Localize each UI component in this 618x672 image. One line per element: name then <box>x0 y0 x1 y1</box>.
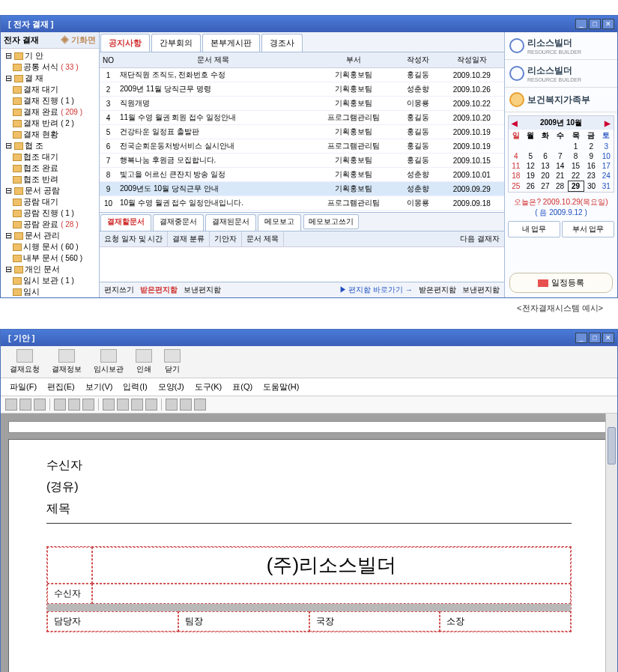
tool-icon[interactable] <box>54 399 66 411</box>
mail-go-link[interactable]: ▶ 편지함 바로가기 → <box>339 285 413 295</box>
tool-icon[interactable] <box>19 399 31 411</box>
minimize-icon[interactable]: _ <box>575 333 587 343</box>
tool-icon[interactable] <box>166 399 178 411</box>
table-row[interactable]: 7행복나눔 후원금 모집합니다.기획홍보팀홍길동2009.10.15 <box>100 154 504 168</box>
tool-icon[interactable] <box>34 399 46 411</box>
cal-day[interactable]: 27 <box>538 181 553 192</box>
ruler[interactable] <box>8 421 610 433</box>
menu-item[interactable]: 편집(E) <box>43 380 79 394</box>
menu-item[interactable]: 모양(J) <box>154 380 189 394</box>
mail-sent[interactable]: 보낸편지함 <box>184 285 221 295</box>
cal-day[interactable]: 31 <box>599 181 614 192</box>
subtab-1[interactable]: 결재중문서 <box>153 214 204 231</box>
cal-day[interactable]: 14 <box>553 161 568 171</box>
cal-day[interactable]: 2 <box>584 142 599 151</box>
brand-1[interactable]: 리소스빌더RESOURCE BUILDER <box>505 32 617 60</box>
cal-day[interactable] <box>538 142 553 151</box>
tree-item[interactable]: 협조 반려 <box>2 174 97 185</box>
subtab-3[interactable]: 메모보고 <box>258 214 301 231</box>
cal-day[interactable]: 3 <box>599 142 614 151</box>
brand-2[interactable]: 리소스빌더RESOURCE BUILDER <box>505 60 617 88</box>
mail-inbox2[interactable]: 받은편지함 <box>419 285 456 295</box>
cal-day[interactable]: 17 <box>599 161 614 171</box>
tree-item[interactable]: 공람 진행 ( 1 ) <box>2 208 97 219</box>
cal-day[interactable]: 26 <box>524 181 539 192</box>
cal-day[interactable]: 21 <box>553 171 568 181</box>
cal-day[interactable]: 10 <box>599 151 614 161</box>
maximize-icon[interactable]: □ <box>589 333 601 343</box>
doc-grid[interactable]: (주)리소스빌더 수신자 담당자팀장국장소장 <box>46 546 572 632</box>
cal-day[interactable]: 16 <box>584 161 599 171</box>
tree-item[interactable]: 결재 대기 <box>2 84 97 95</box>
toolbar-button[interactable]: 닫기 <box>160 348 185 376</box>
table-row[interactable]: 92009년도 10월 당직근무 안내기획홍보팀성춘향2009.09.29 <box>100 182 504 196</box>
table-row[interactable]: 1010월 수영 월권 접수 일정안내입니다.프로그램관리팀이몽룡2009.09… <box>100 196 504 211</box>
tree-item[interactable]: 임시 <box>2 286 97 297</box>
cal-day[interactable]: 6 <box>538 151 553 161</box>
menu-item[interactable]: 도구(K) <box>190 380 227 394</box>
cal-day[interactable]: 19 <box>524 171 539 181</box>
tree-item[interactable]: 결재 진행 ( 1 ) <box>2 95 97 106</box>
tree-item[interactable]: 임시 보관 ( 1 ) <box>2 275 97 286</box>
cal-day[interactable]: 11 <box>509 161 524 171</box>
toolbar-button[interactable]: 임시보관 <box>89 348 128 376</box>
col-header[interactable]: 작성일자 <box>439 52 504 68</box>
tree-item[interactable]: ⊟ 결 재 <box>2 73 97 84</box>
memo-write-button[interactable]: 메모보고쓰기 <box>303 214 359 229</box>
cal-day[interactable]: 13 <box>538 161 553 171</box>
tab-3[interactable]: 경조사 <box>261 34 303 52</box>
tree-item[interactable]: ⊟ 문서 공람 <box>2 185 97 196</box>
cal-day[interactable]: 4 <box>509 151 524 161</box>
mail-sent2[interactable]: 보낸편지함 <box>462 285 500 295</box>
menu-item[interactable]: 보기(V) <box>81 380 118 394</box>
col-header[interactable]: NO <box>100 52 117 68</box>
tree-item[interactable]: ⊟ 협 조 <box>2 140 97 151</box>
cal-day[interactable]: 7 <box>553 151 568 161</box>
tree-item[interactable]: ⊟ 개인 문서 <box>2 264 97 275</box>
cal-day[interactable]: 18 <box>509 171 524 181</box>
table-row[interactable]: 3직원개명기획홍보팀이몽룡2009.10.22 <box>100 97 504 111</box>
table-row[interactable]: 6전국순회운동처방서비스 실시안내프로그램관리팀홍길동2009.10.19 <box>100 139 504 154</box>
cal-day[interactable]: 9 <box>584 151 599 161</box>
menu-item[interactable]: 입력(I) <box>118 380 151 394</box>
cal-day[interactable]: 25 <box>509 181 524 192</box>
col-header[interactable]: 작성자 <box>397 52 440 68</box>
tree-item[interactable]: 시행 문서 ( 60 ) <box>2 241 97 252</box>
cal-day[interactable] <box>524 142 539 151</box>
document-page[interactable]: 수신자 (경유) 제목 (주)리소스빌더 수신자 담당자팀장국장소장 <box>8 439 610 672</box>
scrollbar-thumb[interactable] <box>608 427 616 464</box>
tree-item[interactable]: 공람 대기 <box>2 196 97 208</box>
table-row[interactable]: 411월 수영 월권 회원 접수 일정안내프로그램관리팀홍길동2009.10.2… <box>100 111 504 125</box>
cal-day[interactable]: 8 <box>568 151 584 161</box>
cal-day[interactable]: 20 <box>538 171 553 181</box>
recipient-field[interactable]: 수신자 <box>46 455 572 476</box>
menu-item[interactable]: 표(Q) <box>228 380 257 394</box>
tab-1[interactable]: 간부회의 <box>151 34 201 52</box>
tree-init-link[interactable]: ◈ 기화면 <box>61 34 96 46</box>
tree-item[interactable]: 협조 대기 <box>2 151 97 163</box>
maximize-icon[interactable]: □ <box>589 19 601 29</box>
tool-icon[interactable] <box>117 399 129 411</box>
tree-item[interactable]: 공람 완료 ( 28 ) <box>2 219 97 230</box>
tool-icon[interactable] <box>145 399 157 411</box>
cal-day[interactable]: 15 <box>568 161 584 171</box>
title-field[interactable]: 제목 <box>46 498 572 520</box>
cal-day[interactable]: 1 <box>568 142 584 151</box>
cal-day[interactable]: 28 <box>553 181 568 192</box>
cal-day[interactable]: 30 <box>584 181 599 192</box>
toolbar-button[interactable]: 인쇄 <box>131 348 157 376</box>
toolbar-button[interactable]: 결재정보 <box>47 348 86 376</box>
cal-day[interactable]: 5 <box>524 151 539 161</box>
cal-day[interactable] <box>509 142 524 151</box>
minimize-icon[interactable]: _ <box>575 19 587 29</box>
subtab-2[interactable]: 결재된문서 <box>205 214 256 231</box>
cal-day[interactable]: 22 <box>568 171 584 181</box>
titlebar[interactable]: [ 전자 결재 ] _ □ ✕ <box>1 16 617 32</box>
tool-icon[interactable] <box>194 399 206 411</box>
table-row[interactable]: 8빛고을 어르신 큰잔치 방송 일정기획홍보팀성춘향2009.10.01 <box>100 168 504 182</box>
close-icon[interactable]: ✕ <box>602 333 614 343</box>
cal-day[interactable]: 12 <box>524 161 539 171</box>
tree-item[interactable]: 결재 현황 <box>2 129 97 140</box>
col-header[interactable]: 문서 제목 <box>117 52 310 68</box>
subtab-0[interactable]: 결재할문서 <box>100 214 151 231</box>
